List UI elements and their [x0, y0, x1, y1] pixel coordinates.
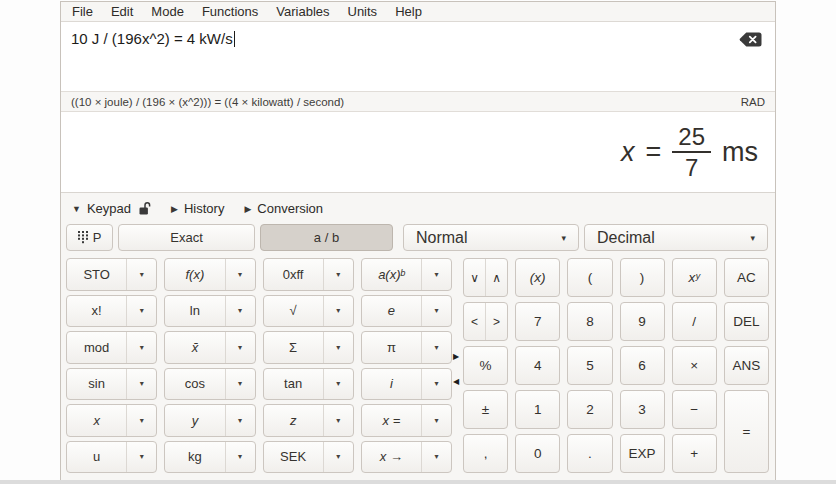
history-expander[interactable]: ▶ History	[171, 201, 224, 216]
cursor-left-right-button[interactable]: < >	[463, 302, 508, 341]
key-ln[interactable]: ln▾	[164, 295, 255, 328]
programming-keypad-button[interactable]: P	[66, 224, 113, 251]
key-multiply[interactable]: ×	[672, 346, 717, 385]
key-power-ab[interactable]: a(x)ᵇ▾	[361, 258, 452, 291]
key-1[interactable]: 1	[515, 390, 560, 429]
key-sto[interactable]: STO▾	[66, 258, 157, 291]
fraction-toggle[interactable]: a / b	[260, 224, 393, 251]
key-x-store[interactable]: x →▾	[361, 441, 452, 474]
key-unit-u[interactable]: u▾	[66, 441, 157, 474]
cursor-right-icon[interactable]: >	[485, 303, 507, 340]
key-mean[interactable]: x̄▾	[164, 331, 255, 364]
dropdown-arrow-icon[interactable]: ▾	[225, 332, 255, 363]
menu-help[interactable]: Help	[386, 3, 431, 20]
menu-units[interactable]: Units	[339, 3, 387, 20]
key-power[interactable]: xʸ	[672, 258, 717, 297]
key-equals[interactable]: =	[724, 390, 769, 473]
key-decimal-point[interactable]: .	[567, 434, 612, 473]
dropdown-arrow-icon[interactable]: ▾	[126, 369, 156, 400]
key-5[interactable]: 5	[567, 346, 612, 385]
dropdown-arrow-icon[interactable]: ▾	[421, 369, 451, 400]
key-9[interactable]: 9	[620, 302, 665, 341]
key-percent[interactable]: %	[463, 346, 508, 385]
menu-edit[interactable]: Edit	[102, 3, 142, 20]
dropdown-arrow-icon[interactable]: ▾	[225, 405, 255, 436]
dropdown-arrow-icon[interactable]: ▾	[126, 442, 156, 473]
key-fx[interactable]: f(x)▾	[164, 258, 255, 291]
key-mod[interactable]: mod▾	[66, 331, 157, 364]
scroll-down-icon[interactable]: ∨	[464, 259, 485, 296]
dropdown-arrow-icon[interactable]: ▾	[323, 405, 353, 436]
dropdown-arrow-icon[interactable]: ▾	[225, 369, 255, 400]
key-plus-minus[interactable]: ±	[463, 390, 508, 429]
dropdown-arrow-icon[interactable]: ▾	[126, 405, 156, 436]
key-cos[interactable]: cos▾	[164, 368, 255, 401]
key-3[interactable]: 3	[620, 390, 665, 429]
scroll-up-icon[interactable]: ∧	[485, 259, 507, 296]
key-sum[interactable]: Σ▾	[263, 331, 354, 364]
dropdown-arrow-icon[interactable]: ▾	[323, 332, 353, 363]
dropdown-arrow-icon[interactable]: ▾	[421, 442, 451, 473]
menu-variables[interactable]: Variables	[267, 3, 338, 20]
key-paren-x[interactable]: (x)	[515, 258, 560, 297]
dropdown-arrow-icon[interactable]: ▾	[421, 332, 451, 363]
dropdown-arrow-icon[interactable]: ▾	[225, 259, 255, 290]
key-z[interactable]: z▾	[263, 404, 354, 437]
dropdown-arrow-icon[interactable]: ▾	[323, 442, 353, 473]
dropdown-arrow-icon[interactable]: ▾	[421, 259, 451, 290]
key-tan[interactable]: tan▾	[263, 368, 354, 401]
key-6[interactable]: 6	[620, 346, 665, 385]
dropdown-arrow-icon[interactable]: ▾	[323, 259, 353, 290]
key-y[interactable]: y▾	[164, 404, 255, 437]
exact-toggle[interactable]: Exact	[118, 224, 255, 251]
display-mode-select[interactable]: Normal ▾	[403, 224, 579, 251]
key-open-paren[interactable]: (	[567, 258, 612, 297]
key-factorial[interactable]: x!▾	[66, 295, 157, 328]
key-plus[interactable]: +	[672, 434, 717, 473]
menu-mode[interactable]: Mode	[142, 3, 193, 20]
key-sin[interactable]: sin▾	[66, 368, 157, 401]
key-0[interactable]: 0	[515, 434, 560, 473]
key-hex[interactable]: 0xff▾	[263, 258, 354, 291]
key-e[interactable]: e▾	[361, 295, 452, 328]
key-divide[interactable]: /	[672, 302, 717, 341]
dropdown-arrow-icon[interactable]: ▾	[126, 332, 156, 363]
menu-file[interactable]: File	[63, 3, 102, 20]
keypad-expander[interactable]: ▼ Keypad	[72, 201, 151, 216]
key-pi[interactable]: π▾	[361, 331, 452, 364]
key-ac[interactable]: AC	[724, 258, 769, 297]
key-sqrt[interactable]: √▾	[263, 295, 354, 328]
key-minus[interactable]: −	[672, 390, 717, 429]
key-8[interactable]: 8	[567, 302, 612, 341]
scroll-up-down-button[interactable]: ∨ ∧	[463, 258, 508, 297]
dropdown-arrow-icon[interactable]: ▾	[126, 296, 156, 327]
dropdown-arrow-icon[interactable]: ▾	[323, 296, 353, 327]
key-unit-sek[interactable]: SEK▾	[263, 441, 354, 474]
pane-arrow-left-icon[interactable]: ◀	[453, 378, 459, 386]
key-comma[interactable]: ,	[463, 434, 508, 473]
menu-functions[interactable]: Functions	[193, 3, 267, 20]
key-7[interactable]: 7	[515, 302, 560, 341]
dropdown-arrow-icon[interactable]: ▾	[421, 405, 451, 436]
number-base-select[interactable]: Decimal ▾	[584, 224, 768, 251]
key-i[interactable]: i▾	[361, 368, 452, 401]
dropdown-arrow-icon[interactable]: ▾	[225, 442, 255, 473]
key-exp[interactable]: EXP	[620, 434, 665, 473]
key-unit-kg[interactable]: kg▾	[164, 441, 255, 474]
expression-input[interactable]: 10 J / (196x^2) = 4 kW/s	[61, 22, 775, 91]
dropdown-arrow-icon[interactable]: ▾	[421, 296, 451, 327]
dropdown-arrow-icon[interactable]: ▾	[323, 369, 353, 400]
key-close-paren[interactable]: )	[620, 258, 665, 297]
dropdown-arrow-icon[interactable]: ▾	[126, 259, 156, 290]
key-x-equals[interactable]: x =▾	[361, 404, 452, 437]
pane-arrow-right-icon[interactable]: ▶	[453, 353, 459, 361]
key-del[interactable]: DEL	[724, 302, 769, 341]
cursor-left-icon[interactable]: <	[464, 303, 485, 340]
backspace-icon[interactable]	[739, 32, 762, 47]
key-ans[interactable]: ANS	[724, 346, 769, 385]
key-2[interactable]: 2	[567, 390, 612, 429]
dropdown-arrow-icon[interactable]: ▾	[225, 296, 255, 327]
conversion-expander[interactable]: ▶ Conversion	[244, 201, 323, 216]
key-4[interactable]: 4	[515, 346, 560, 385]
key-x[interactable]: x▾	[66, 404, 157, 437]
